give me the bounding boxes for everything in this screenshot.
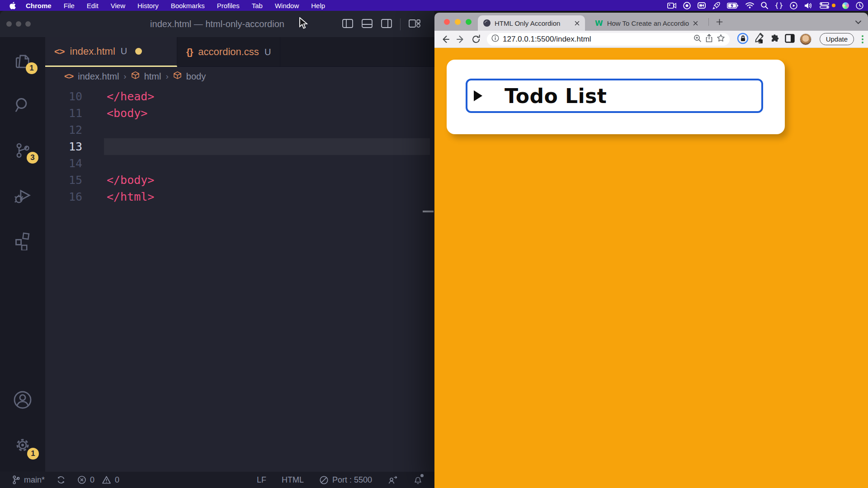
menu-chrome[interactable]: Chrome xyxy=(26,2,52,9)
css-file-icon: {} xyxy=(186,47,193,57)
new-tab-button[interactable] xyxy=(714,16,725,27)
profile-avatar[interactable] xyxy=(800,33,811,45)
forward-button[interactable] xyxy=(454,33,467,46)
menu-edit[interactable]: Edit xyxy=(87,2,99,9)
browser-tab-inactive[interactable]: W How To Create an Accordion xyxy=(590,15,703,31)
breadcrumb-file[interactable]: index.html xyxy=(78,71,119,82)
zoom-window-button[interactable] xyxy=(25,21,31,27)
browser-tab-active[interactable]: HTML Only Accordion xyxy=(478,15,585,31)
unsaved-changes-dot[interactable] xyxy=(135,48,142,55)
search-view-button[interactable] xyxy=(0,89,45,122)
extensions-puzzle-icon[interactable] xyxy=(769,33,780,46)
feedback-icon[interactable] xyxy=(387,475,398,485)
problems-status[interactable]: 0 0 xyxy=(77,475,119,485)
clock-icon[interactable] xyxy=(856,2,863,9)
breadcrumb-body-node[interactable]: body xyxy=(186,71,206,82)
line-number: 13 xyxy=(45,138,82,155)
tab-divider xyxy=(708,18,709,26)
volume-icon[interactable] xyxy=(804,2,813,9)
scrollbar-position-mark[interactable] xyxy=(423,211,434,212)
back-button[interactable] xyxy=(439,33,452,46)
sync-changes-button[interactable] xyxy=(57,475,66,484)
toggle-panel-icon[interactable] xyxy=(361,18,373,31)
source-control-view-button[interactable]: 3 xyxy=(0,134,45,167)
tab-index-html[interactable]: <> index.html U xyxy=(45,37,177,67)
menu-file[interactable]: File xyxy=(64,2,75,9)
eol-indicator[interactable]: LF xyxy=(257,475,266,485)
line-text: </html> xyxy=(107,188,154,205)
close-tab-icon[interactable] xyxy=(575,19,580,27)
language-mode-indicator[interactable]: HTML xyxy=(282,475,304,485)
circle-slash-icon xyxy=(319,475,329,485)
close-window-button[interactable] xyxy=(444,19,450,25)
editor-group: <> index.html U {} accordion.css U <> in… xyxy=(45,37,434,472)
video-camera-icon[interactable] xyxy=(667,3,676,9)
menu-bookmarks[interactable]: Bookmarks xyxy=(171,2,205,9)
run-debug-view-button[interactable] xyxy=(0,179,45,212)
html-file-icon: <> xyxy=(64,71,73,81)
tab-accordion-css[interactable]: {} accordion.css U xyxy=(177,37,280,67)
recording-indicator-dot xyxy=(832,4,835,7)
toggle-primary-sidebar-icon[interactable] xyxy=(342,18,354,31)
screen-share-icon[interactable] xyxy=(698,2,706,9)
chrome-toolbar: 127.0.0.1:5500/index.html Update xyxy=(434,31,868,48)
braces-icon[interactable] xyxy=(775,2,783,9)
menu-history[interactable]: History xyxy=(137,2,159,9)
play-circle-icon[interactable] xyxy=(790,2,797,9)
settings-gear-button[interactable]: 1 xyxy=(0,429,45,461)
zoom-window-button[interactable] xyxy=(466,19,472,25)
control-center-icon[interactable] xyxy=(820,2,835,9)
menu-view[interactable]: View xyxy=(111,2,125,9)
toggle-secondary-sidebar-icon[interactable] xyxy=(381,18,392,31)
line-number: 15 xyxy=(45,172,82,188)
details-marker-triangle-icon[interactable] xyxy=(474,90,482,101)
line-number: 10 xyxy=(45,88,82,105)
password-manager-extension-icon[interactable] xyxy=(737,33,749,46)
breadcrumb-html-node[interactable]: html xyxy=(144,71,161,82)
app-menus: Chrome File Edit View History Bookmarks … xyxy=(26,2,325,9)
wifi-icon[interactable] xyxy=(745,2,754,9)
close-tab-icon[interactable] xyxy=(693,19,698,27)
update-chrome-button[interactable]: Update xyxy=(820,33,854,45)
address-bar[interactable]: 127.0.0.1:5500/index.html xyxy=(487,33,730,46)
battery-charging-icon[interactable] xyxy=(727,3,739,9)
tab-search-chevron-icon[interactable] xyxy=(855,18,862,26)
url-text[interactable]: 127.0.0.1:5500/index.html xyxy=(503,35,690,44)
siri-icon[interactable] xyxy=(842,2,849,9)
site-info-icon[interactable] xyxy=(491,34,499,44)
line-text: <body> xyxy=(107,105,147,122)
notifications-bell-icon[interactable] xyxy=(413,475,423,485)
eyedropper-extension-icon[interactable] xyxy=(753,33,764,46)
close-window-button[interactable] xyxy=(6,21,12,27)
menu-window[interactable]: Window xyxy=(275,2,299,9)
minimize-window-button[interactable] xyxy=(455,19,461,25)
chrome-menu-icon[interactable] xyxy=(862,35,863,43)
menu-help[interactable]: Help xyxy=(311,2,325,9)
warnings-icon xyxy=(102,475,111,484)
chrome-window: HTML Only Accordion W How To Create an A… xyxy=(434,13,868,488)
chrome-tab-strip: HTML Only Accordion W How To Create an A… xyxy=(434,13,868,31)
accordion-summary[interactable]: Todo List xyxy=(466,79,763,113)
git-branch-status[interactable]: main* xyxy=(12,475,45,485)
zoom-page-icon[interactable] xyxy=(693,34,702,44)
customize-layout-icon[interactable] xyxy=(408,18,421,31)
code-line: 10</head> xyxy=(45,88,434,105)
side-panel-icon[interactable] xyxy=(784,33,795,46)
vscode-title-bar[interactable]: index.html — html-only-accordion xyxy=(0,11,434,37)
code-editor[interactable]: 10</head> 11<body> 12 13 14 15</body> 16… xyxy=(45,86,434,472)
minimize-window-button[interactable] xyxy=(16,21,21,27)
record-icon[interactable] xyxy=(683,2,691,9)
apple-icon[interactable] xyxy=(9,2,16,9)
code-line: 11<body> xyxy=(45,105,434,122)
menu-tab[interactable]: Tab xyxy=(252,2,263,9)
reload-button[interactable] xyxy=(470,33,482,46)
rocket-icon[interactable] xyxy=(712,2,720,9)
extensions-view-button[interactable] xyxy=(0,225,45,257)
spotlight-search-icon[interactable] xyxy=(761,2,768,9)
menu-profiles[interactable]: Profiles xyxy=(217,2,240,9)
share-icon[interactable] xyxy=(705,34,713,44)
explorer-view-button[interactable]: 1 xyxy=(0,45,45,78)
bookmark-star-icon[interactable] xyxy=(717,34,725,44)
accounts-button[interactable] xyxy=(0,384,45,416)
live-server-port[interactable]: Port : 5500 xyxy=(319,475,372,485)
